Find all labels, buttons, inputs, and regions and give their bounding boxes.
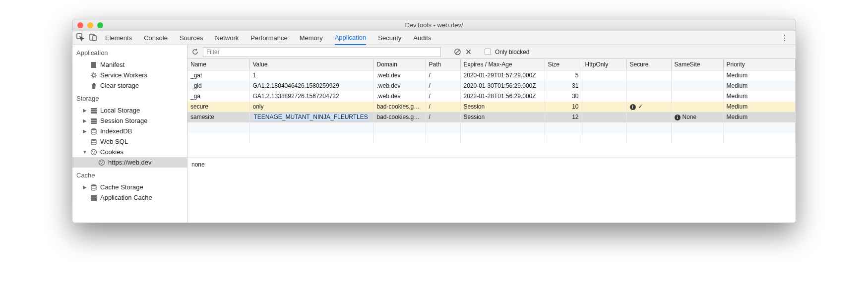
- cell-path[interactable]: /: [426, 81, 460, 91]
- column-header-secure[interactable]: Secure: [626, 59, 671, 70]
- column-header-name[interactable]: Name: [187, 59, 249, 70]
- cell-path[interactable]: /: [426, 91, 460, 102]
- cell-expires[interactable]: 2022-01-28T01:56:29.000Z: [460, 91, 545, 102]
- cell-name[interactable]: _ga: [187, 91, 249, 102]
- cell-value[interactable]: only: [249, 102, 373, 112]
- sidebar-item-clear-storage[interactable]: ▶Clear storage: [72, 80, 187, 91]
- cell-domain[interactable]: .web.dev: [373, 91, 426, 102]
- table-row[interactable]: samesiteTEENAGE_MUTANT_NINJA_FLEURTLESba…: [187, 112, 796, 122]
- cell-samesite[interactable]: [671, 70, 723, 81]
- table-row-empty[interactable]: [187, 122, 796, 133]
- inspect-element-icon[interactable]: [76, 33, 84, 43]
- clear-all-button[interactable]: [454, 48, 461, 56]
- tab-elements[interactable]: Elements: [105, 31, 132, 45]
- filter-input[interactable]: [203, 47, 441, 57]
- cell-expires[interactable]: Session: [460, 102, 545, 112]
- cell-domain[interactable]: .web.dev: [373, 81, 426, 91]
- column-header-httponly[interactable]: HttpOnly: [582, 59, 626, 70]
- sidebar-item-cache-storage[interactable]: ▶Cache Storage: [72, 182, 187, 192]
- tab-memory[interactable]: Memory: [300, 31, 323, 45]
- cell-httponly[interactable]: [582, 70, 626, 81]
- sidebar-item-indexeddb[interactable]: ▶IndexedDB: [72, 126, 187, 136]
- cell-samesite[interactable]: iNone: [671, 112, 723, 122]
- table-row-empty[interactable]: [187, 133, 796, 143]
- tree-arrow-icon[interactable]: ▶: [82, 118, 87, 123]
- cell-value[interactable]: GA1.2.1338892726.1567204722: [249, 91, 373, 102]
- tree-arrow-icon[interactable]: ▶: [82, 108, 87, 113]
- cell-value[interactable]: 1: [249, 70, 373, 81]
- sidebar-item-session-storage[interactable]: ▶Session Storage: [72, 116, 187, 126]
- column-header-samesite[interactable]: SameSite: [671, 59, 723, 70]
- cell-priority[interactable]: Medium: [723, 70, 796, 81]
- cell-samesite[interactable]: [671, 91, 723, 102]
- cell-expires[interactable]: 2020-01-29T01:57:29.000Z: [460, 70, 545, 81]
- tab-network[interactable]: Network: [215, 31, 239, 45]
- cell-priority[interactable]: Medium: [723, 81, 796, 91]
- cell-name[interactable]: samesite: [187, 112, 249, 122]
- cell-domain[interactable]: bad-cookies.g…: [373, 112, 426, 122]
- column-header-domain[interactable]: Domain: [373, 59, 426, 70]
- cell-secure[interactable]: [626, 81, 671, 91]
- sidebar-item-local-storage[interactable]: ▶Local Storage: [72, 105, 187, 116]
- cell-path[interactable]: /: [426, 70, 460, 81]
- cell-value-editing[interactable]: TEENAGE_MUTANT_NINJA_FLEURTLES: [253, 114, 369, 120]
- cell-httponly[interactable]: [582, 112, 626, 122]
- cell-name[interactable]: secure: [187, 102, 249, 112]
- cell-domain[interactable]: bad-cookies.g…: [373, 102, 426, 112]
- only-blocked-checkbox[interactable]: [485, 49, 491, 55]
- column-header-path[interactable]: Path: [426, 59, 460, 70]
- cell-path[interactable]: /: [426, 112, 460, 122]
- cell-size[interactable]: 12: [545, 112, 582, 122]
- column-header-size[interactable]: Size: [545, 59, 582, 70]
- table-row[interactable]: secureonlybad-cookies.g…/Session10i✓Medi…: [187, 102, 796, 112]
- cell-size[interactable]: 5: [545, 70, 582, 81]
- tab-performance[interactable]: Performance: [250, 31, 287, 45]
- cell-samesite[interactable]: [671, 102, 723, 112]
- sidebar-item-manifest[interactable]: ▶Manifest: [72, 59, 187, 70]
- cell-domain[interactable]: .web.dev: [373, 70, 426, 81]
- cell-secure[interactable]: [626, 112, 671, 122]
- table-row[interactable]: _gat1.web.dev/2020-01-29T01:57:29.000Z5M…: [187, 70, 796, 81]
- cell-priority[interactable]: Medium: [723, 102, 796, 112]
- cell-expires[interactable]: Session: [460, 112, 545, 122]
- column-header-priority[interactable]: Priority: [723, 59, 796, 70]
- cell-name[interactable]: _gat: [187, 70, 249, 81]
- cell-priority[interactable]: Medium: [723, 112, 796, 122]
- cell-samesite[interactable]: [671, 81, 723, 91]
- sidebar-item-cookies[interactable]: ▼Cookies: [72, 147, 187, 157]
- sidebar-item-https-web-dev[interactable]: ▶https://web.dev: [72, 157, 187, 168]
- cell-path[interactable]: /: [426, 102, 460, 112]
- delete-selected-button[interactable]: [465, 49, 472, 55]
- tab-audits[interactable]: Audits: [413, 31, 431, 45]
- refresh-button[interactable]: [191, 48, 199, 56]
- tab-security[interactable]: Security: [378, 31, 401, 45]
- cell-secure[interactable]: [626, 70, 671, 81]
- cell-httponly[interactable]: [582, 102, 626, 112]
- tree-arrow-icon[interactable]: ▼: [82, 149, 87, 155]
- cell-value[interactable]: GA1.2.1804046426.1580259929: [249, 81, 373, 91]
- cell-name[interactable]: _gid: [187, 81, 249, 91]
- cell-size[interactable]: 30: [545, 91, 582, 102]
- cell-priority[interactable]: Medium: [723, 91, 796, 102]
- tab-application[interactable]: Application: [335, 31, 367, 45]
- cell-httponly[interactable]: [582, 81, 626, 91]
- column-header-value[interactable]: Value: [249, 59, 373, 70]
- table-row[interactable]: _gaGA1.2.1338892726.1567204722.web.dev/2…: [187, 91, 796, 102]
- cell-size[interactable]: 31: [545, 81, 582, 91]
- tree-arrow-icon[interactable]: ▶: [82, 128, 87, 134]
- sidebar-item-web-sql[interactable]: ▶Web SQL: [72, 136, 187, 147]
- more-options-button[interactable]: ⋮: [778, 33, 792, 43]
- sidebar-item-service-workers[interactable]: ▶Service Workers: [72, 70, 187, 80]
- cell-httponly[interactable]: [582, 91, 626, 102]
- sidebar-item-application-cache[interactable]: ▶Application Cache: [72, 192, 187, 203]
- device-toolbar-icon[interactable]: [89, 33, 97, 43]
- tree-arrow-icon[interactable]: ▶: [82, 184, 87, 190]
- column-header-expires[interactable]: Expires / Max-Age: [460, 59, 545, 70]
- cell-secure[interactable]: [626, 91, 671, 102]
- tab-sources[interactable]: Sources: [180, 31, 203, 45]
- cell-value[interactable]: TEENAGE_MUTANT_NINJA_FLEURTLES: [249, 112, 373, 122]
- cell-size[interactable]: 10: [545, 102, 582, 112]
- table-row[interactable]: _gidGA1.2.1804046426.1580259929.web.dev/…: [187, 81, 796, 91]
- cell-expires[interactable]: 2020-01-30T01:56:29.000Z: [460, 81, 545, 91]
- tab-console[interactable]: Console: [144, 31, 168, 45]
